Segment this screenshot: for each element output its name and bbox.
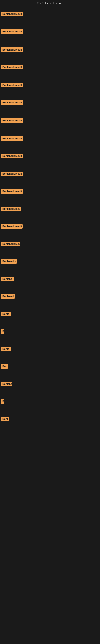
bottleneck-result-row: Bottlene (0, 276, 14, 283)
bottleneck-badge[interactable]: Bottleneck result (1, 65, 23, 70)
bottleneck-result-row: Bottleneck result (0, 47, 24, 54)
bottleneck-badge[interactable]: Bottl (1, 417, 9, 421)
site-title: TheBottlenecker.com (0, 0, 100, 6)
bottleneck-badge[interactable]: Bottleneck result (1, 12, 23, 16)
bottleneck-result-row: Bottle (0, 346, 12, 353)
bottleneck-result-row: Bottleneck result (0, 171, 24, 178)
bottleneck-badge[interactable]: Bottleneck (1, 294, 15, 299)
bottleneck-result-row: Bottleneck result (0, 100, 24, 106)
bottleneck-result-row: Bottleneck result (0, 118, 24, 124)
bottleneck-result-row: Bottleneck result (0, 188, 24, 195)
bottleneck-result-row: Bottleneck result (0, 224, 23, 230)
bottleneck-badge[interactable]: Bottleneck result (1, 136, 23, 141)
bottleneck-result-row: Bottleneck result (0, 11, 24, 18)
bottleneck-result-row: Bott (0, 364, 9, 370)
bottleneck-badge[interactable]: Bottleneck result (1, 83, 23, 87)
bottleneck-badge[interactable]: Bottleneck result (1, 189, 23, 194)
bottleneck-badge[interactable]: Bottleneck result (1, 48, 23, 52)
bottleneck-result-row: Bottleneck (0, 294, 16, 300)
bottleneck-result-row: Bottleneck resu (0, 206, 22, 213)
bottleneck-result-row: Bottlens (0, 381, 13, 388)
bottleneck-badge[interactable]: Bottleneck result (1, 30, 23, 34)
bottleneck-badge[interactable]: Bottleneck result (1, 118, 23, 123)
bottleneck-badge[interactable]: Bottleneck result (1, 100, 23, 105)
bottleneck-result-row: Bottle (0, 311, 12, 318)
bottleneck-result-row: Bottleneck result (0, 153, 24, 160)
bottleneck-badge[interactable]: Bott (1, 364, 8, 369)
bottleneck-badge[interactable]: Bottleneck resu (1, 242, 20, 246)
bottleneck-result-row: Bottleneck resu (0, 241, 21, 248)
bottleneck-result-row: Bottleneck result (0, 82, 24, 89)
bottleneck-result-row: Bottleneck result (0, 64, 24, 71)
page-wrapper: TheBottlenecker.com Bottleneck resultBot… (0, 0, 100, 644)
bottleneck-result-row: B (0, 328, 5, 335)
results-container: Bottleneck resultBottleneck resultBottle… (0, 6, 100, 642)
bottleneck-badge[interactable]: B (1, 329, 4, 334)
bottleneck-badge[interactable]: Bottleneck resu (1, 207, 21, 211)
bottleneck-result-row: B (0, 398, 5, 405)
bottleneck-badge[interactable]: Bottlene (1, 277, 14, 281)
bottleneck-result-row: Bottleneck result (0, 136, 24, 142)
bottleneck-badge[interactable]: Bottleneck result (1, 224, 23, 228)
bottleneck-badge[interactable]: Bottleneck r (1, 259, 17, 264)
bottleneck-result-row: Bottleneck result (0, 28, 24, 36)
bottleneck-badge[interactable]: Bottlens (1, 382, 12, 386)
bottleneck-badge[interactable]: Bottleneck result (1, 172, 23, 176)
bottleneck-result-row: Bottl (0, 416, 10, 423)
bottleneck-badge[interactable]: Bottle (1, 347, 11, 351)
bottleneck-badge[interactable]: Bottleneck result (1, 154, 23, 158)
bottleneck-result-row: Bottleneck r (0, 258, 18, 265)
bottleneck-badge[interactable]: Bottle (1, 312, 11, 316)
bottleneck-badge[interactable]: B (1, 399, 4, 404)
